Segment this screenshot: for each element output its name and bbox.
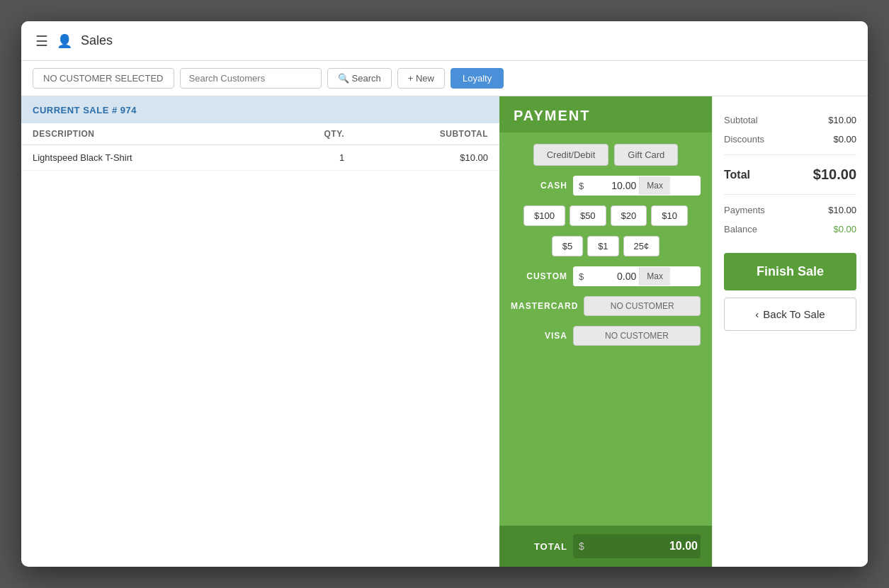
back-chevron-icon: ‹ <box>755 308 759 320</box>
mastercard-row: MASTERCARD NO CUSTOMER <box>511 296 701 316</box>
payments-row: Payments $10.00 <box>724 200 856 220</box>
search-button[interactable]: 🔍 Search <box>327 68 392 89</box>
main-area: CURRENT SALE # 974 DESCRIPTION QTY. SUBT… <box>21 96 868 567</box>
custom-max-button[interactable]: Max <box>639 267 670 285</box>
quick-25c[interactable]: 25¢ <box>623 236 660 256</box>
quick-1[interactable]: $1 <box>587 236 618 256</box>
total-summary-value: $10.00 <box>813 166 856 183</box>
payment-body: Credit/Debit Gift Card CASH $ Max $100 $… <box>499 132 712 526</box>
total-bar: TOTAL $ 10.00 <box>499 526 712 567</box>
visa-no-customer[interactable]: NO CUSTOMER <box>573 326 701 346</box>
table-row: Lightspeed Black T-Shirt 1 $10.00 <box>21 145 499 171</box>
app-window: ☰ 👤 Sales NO CUSTOMER SELECTED 🔍 Search … <box>21 21 868 567</box>
payments-label: Payments <box>724 205 765 215</box>
total-currency: $ <box>573 535 590 558</box>
search-icon: 🔍 <box>338 73 349 84</box>
total-bar-label: TOTAL <box>511 541 567 552</box>
credit-debit-button[interactable]: Credit/Debit <box>533 144 609 166</box>
total-summary-label: Total <box>724 169 750 181</box>
col-qty: QTY. <box>268 123 356 145</box>
divider-2 <box>724 194 856 195</box>
item-description: Lightspeed Black T-Shirt <box>21 145 268 171</box>
quick-100[interactable]: $100 <box>523 205 565 226</box>
custom-currency: $ <box>573 267 589 286</box>
cash-label: CASH <box>511 181 567 191</box>
custom-label: CUSTOM <box>511 271 567 281</box>
payments-value: $10.00 <box>828 205 856 215</box>
quick-amounts-row1: $100 $50 $20 $10 <box>511 205 701 226</box>
cash-row: CASH $ Max <box>511 176 701 196</box>
sale-panel: CURRENT SALE # 974 DESCRIPTION QTY. SUBT… <box>21 96 499 567</box>
mastercard-label: MASTERCARD <box>511 301 578 311</box>
app-title: Sales <box>81 33 113 48</box>
hamburger-icon[interactable]: ☰ <box>35 33 48 50</box>
back-to-sale-button[interactable]: ‹ Back To Sale <box>724 298 856 331</box>
back-to-sale-label: Back To Sale <box>763 308 825 320</box>
balance-row: Balance $0.00 <box>724 220 856 239</box>
summary-panel: Subtotal $10.00 Discounts $0.00 Total $1… <box>712 96 868 567</box>
item-qty: 1 <box>268 145 356 171</box>
quick-50[interactable]: $50 <box>570 205 606 226</box>
quick-amounts-row2: $5 $1 25¢ <box>511 236 701 256</box>
mastercard-no-customer[interactable]: NO CUSTOMER <box>584 296 701 316</box>
cash-input-wrap: $ Max <box>573 176 701 196</box>
loyalty-button[interactable]: Loyalty <box>451 68 504 89</box>
discounts-row: Discounts $0.00 <box>724 130 856 149</box>
search-customers-input[interactable] <box>180 68 322 89</box>
subtotal-label: Subtotal <box>724 115 758 125</box>
gift-card-button[interactable]: Gift Card <box>614 144 678 166</box>
total-amount-wrap: $ 10.00 <box>573 534 701 558</box>
cash-input[interactable] <box>589 176 639 196</box>
payment-panel: PAYMENT Credit/Debit Gift Card CASH $ Ma… <box>499 96 712 567</box>
new-button[interactable]: + New <box>397 68 445 89</box>
quick-20[interactable]: $20 <box>611 205 647 226</box>
item-subtotal: $10.00 <box>356 145 499 171</box>
logo-icon: 👤 <box>57 33 72 49</box>
col-description: DESCRIPTION <box>21 123 268 145</box>
header: ☰ 👤 Sales <box>21 21 868 61</box>
total-summary-row: Total $10.00 <box>724 161 856 188</box>
visa-label: VISA <box>511 331 567 341</box>
visa-row: VISA NO CUSTOMER <box>511 326 701 346</box>
subtotal-row: Subtotal $10.00 <box>724 111 856 130</box>
subtotal-value: $10.00 <box>828 115 856 125</box>
sale-table: DESCRIPTION QTY. SUBTOTAL Lightspeed Bla… <box>21 123 499 171</box>
custom-row: CUSTOM $ Max <box>511 266 701 286</box>
payment-methods: Credit/Debit Gift Card <box>511 144 701 166</box>
quick-10[interactable]: $10 <box>651 205 688 226</box>
search-label: Search <box>352 73 381 84</box>
toolbar: NO CUSTOMER SELECTED 🔍 Search + New Loya… <box>21 61 868 96</box>
sale-title: CURRENT SALE # 974 <box>33 105 137 115</box>
payment-title: PAYMENT <box>514 108 590 123</box>
discounts-value: $0.00 <box>833 134 856 145</box>
balance-value: $0.00 <box>833 224 856 234</box>
divider-1 <box>724 154 856 155</box>
total-amount: 10.00 <box>590 534 701 558</box>
sale-header: CURRENT SALE # 974 <box>21 96 499 123</box>
payment-header: PAYMENT <box>499 96 712 132</box>
cash-max-button[interactable]: Max <box>639 176 670 195</box>
cash-currency: $ <box>573 176 589 196</box>
finish-sale-button[interactable]: Finish Sale <box>724 253 856 290</box>
discounts-label: Discounts <box>724 134 764 145</box>
custom-input[interactable] <box>589 266 639 286</box>
no-customer-button[interactable]: NO CUSTOMER SELECTED <box>33 68 174 89</box>
quick-5[interactable]: $5 <box>552 236 583 256</box>
col-subtotal: SUBTOTAL <box>356 123 499 145</box>
custom-input-wrap: $ Max <box>573 266 701 286</box>
balance-label: Balance <box>724 224 757 234</box>
